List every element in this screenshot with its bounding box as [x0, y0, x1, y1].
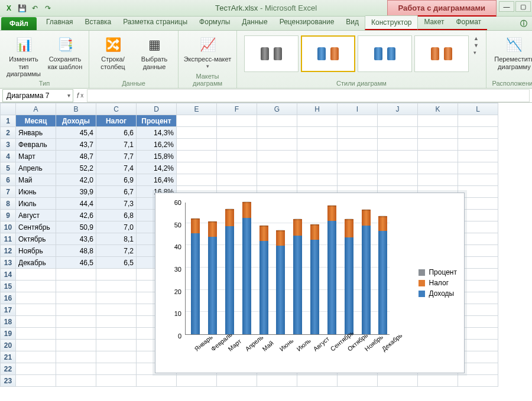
cell[interactable] [16, 328, 56, 340]
cell[interactable] [297, 127, 338, 139]
cell[interactable]: Май [16, 174, 56, 186]
cell[interactable] [56, 363, 96, 375]
move-chart-button[interactable]: 📉 Переместить диаграмму [491, 35, 532, 70]
tab-вставка[interactable]: Вставка [79, 15, 118, 30]
tab-макет[interactable]: Макет [418, 15, 450, 30]
cell[interactable] [458, 151, 498, 162]
quick-layout-button[interactable]: 📈 Экспресс-макет ▾ [183, 35, 232, 69]
cell[interactable] [16, 363, 56, 375]
col-header-J[interactable]: J [378, 103, 418, 115]
cell[interactable] [338, 375, 378, 387]
cell[interactable] [56, 375, 96, 387]
tab-формат[interactable]: Формат [450, 15, 487, 30]
cell[interactable]: 6,6 [96, 127, 137, 139]
cell[interactable]: 8,1 [96, 233, 137, 245]
cell[interactable]: Апрель [16, 162, 56, 174]
file-tab[interactable]: Файл [1, 17, 37, 30]
cell[interactable] [56, 328, 96, 340]
cell[interactable]: 16,2% [137, 139, 177, 151]
cell[interactable] [458, 375, 498, 387]
cell[interactable] [458, 162, 498, 174]
row-header-6[interactable]: 6 [1, 174, 16, 186]
cell[interactable] [56, 316, 96, 328]
row-header-2[interactable]: 2 [1, 127, 16, 139]
cell[interactable]: 6,5 [96, 257, 137, 269]
col-header-L[interactable]: L [458, 103, 498, 115]
styles-scroll-up[interactable]: ▲ [473, 35, 479, 41]
cell[interactable]: Июль [16, 198, 56, 210]
cell[interactable] [378, 162, 418, 174]
col-header-B[interactable]: B [56, 103, 96, 115]
cell[interactable]: Сентябрь [16, 221, 56, 233]
cell[interactable] [338, 174, 378, 186]
row-header-9[interactable]: 9 [1, 210, 16, 221]
chart-style-3[interactable] [358, 35, 412, 72]
cell[interactable]: 16,4% [137, 174, 177, 186]
cell[interactable] [16, 351, 56, 363]
cell[interactable]: 43,7 [56, 139, 96, 151]
minimize-button[interactable]: — [499, 1, 514, 12]
row-header-15[interactable]: 15 [1, 281, 16, 292]
col-header-C[interactable]: C [96, 103, 137, 115]
header-cell[interactable]: Налог [96, 115, 137, 127]
cell[interactable]: Октябрь [16, 233, 56, 245]
cell[interactable] [458, 174, 498, 186]
cell[interactable] [217, 115, 257, 127]
cell[interactable]: Ноябрь [16, 245, 56, 257]
cell[interactable]: 7,4 [96, 162, 137, 174]
excel-icon[interactable]: X [4, 3, 14, 14]
col-header-F[interactable]: F [217, 103, 257, 115]
cell[interactable]: Февраль [16, 139, 56, 151]
cell[interactable]: 52,2 [56, 162, 96, 174]
undo-icon[interactable]: ↶ [30, 3, 40, 14]
legend-item[interactable]: Налог [419, 279, 457, 287]
switch-row-column-button[interactable]: 🔀 Строка/столбец [94, 35, 132, 70]
cell[interactable] [297, 375, 338, 387]
cell[interactable]: Август [16, 210, 56, 221]
cell[interactable]: 6,8 [96, 210, 137, 221]
cell[interactable] [217, 151, 257, 162]
styles-expand[interactable]: ▾ [473, 50, 479, 56]
chart-style-1[interactable] [244, 35, 299, 72]
cell[interactable]: 43,6 [56, 233, 96, 245]
cell[interactable]: 42,0 [56, 174, 96, 186]
legend-item[interactable]: Доходы [419, 289, 457, 298]
col-header-G[interactable]: G [257, 103, 297, 115]
cell[interactable]: 6,7 [96, 186, 137, 198]
cell[interactable] [16, 304, 56, 316]
cell[interactable] [177, 139, 217, 151]
cell[interactable] [458, 139, 498, 151]
tab-разметка страницы[interactable]: Разметка страницы [117, 15, 193, 30]
cell[interactable] [458, 115, 498, 127]
cell[interactable]: Март [16, 151, 56, 162]
cell[interactable] [338, 162, 378, 174]
cell[interactable] [96, 351, 137, 363]
cell[interactable]: 46,5 [56, 257, 96, 269]
cell[interactable] [56, 340, 96, 351]
cell[interactable] [378, 139, 418, 151]
cell[interactable] [56, 304, 96, 316]
cell[interactable] [418, 162, 458, 174]
tab-формулы[interactable]: Формулы [193, 15, 236, 30]
cell[interactable] [96, 304, 137, 316]
tab-конструктор[interactable]: Конструктор [365, 15, 418, 30]
cell[interactable]: 7,2 [96, 245, 137, 257]
row-header-18[interactable]: 18 [1, 316, 16, 328]
cell[interactable] [257, 375, 297, 387]
cell[interactable] [418, 127, 458, 139]
chart-style-2[interactable] [301, 35, 355, 72]
cell[interactable]: Январь [16, 127, 56, 139]
col-header-K[interactable]: K [418, 103, 458, 115]
cell[interactable] [96, 340, 137, 351]
cell[interactable] [257, 162, 297, 174]
chart-legend[interactable]: ПроцентНалогДоходы [419, 266, 457, 300]
chart-tools-context-tab[interactable]: Работа с диаграммами [387, 0, 497, 17]
cell[interactable] [16, 269, 56, 281]
cell[interactable] [16, 316, 56, 328]
redo-icon[interactable]: ↷ [43, 3, 53, 14]
formula-input[interactable] [87, 89, 530, 102]
cell[interactable]: 42,6 [56, 210, 96, 221]
tab-данные[interactable]: Данные [236, 15, 273, 30]
change-chart-type-button[interactable]: 📊 Изменить тип диаграммы [5, 35, 43, 78]
select-all-corner[interactable] [1, 103, 16, 115]
